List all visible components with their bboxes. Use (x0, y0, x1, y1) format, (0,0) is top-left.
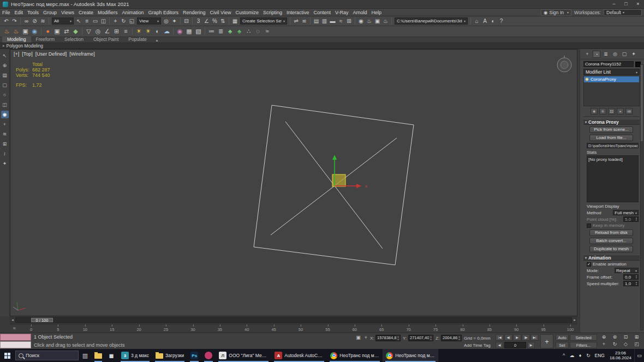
selection-lock-icon[interactable]: ▣ (355, 334, 362, 341)
slider-right-arrow-icon[interactable]: ▸ (572, 318, 577, 322)
use-pivot-center-icon[interactable]: ◎ (162, 17, 170, 25)
previous-key-button[interactable]: ◀ (496, 342, 503, 348)
start-button[interactable] (0, 349, 14, 362)
keep-in-memory-checkbox[interactable] (587, 224, 591, 228)
compound-objects-icon[interactable]: ◫ (1, 101, 9, 108)
maximize-viewport-icon[interactable]: ◰ (632, 341, 641, 348)
viewcube[interactable] (557, 56, 571, 72)
absolute-mode-icon[interactable]: + (362, 334, 369, 341)
spinner-arrows-icon[interactable] (396, 335, 400, 341)
motion-tab-icon[interactable]: ◎ (611, 51, 619, 58)
macro-recorder-field[interactable] (0, 334, 31, 341)
y-coordinate-field[interactable]: 271407,406 (408, 335, 433, 341)
menu-tools[interactable]: Tools (25, 10, 41, 15)
vray-interactive-render-icon[interactable]: ♨ (11, 27, 21, 36)
align-icon[interactable]: ≌ (300, 17, 308, 25)
taskbar-app-3dsmax[interactable]: 33 д макс (118, 349, 152, 362)
set-keys-button[interactable]: + (540, 334, 553, 348)
viewport[interactable]: [+] [Top] [User Defined] [Wireframe] Tot… (10, 49, 577, 316)
menu-help[interactable]: Help (369, 10, 384, 15)
time-slider-track[interactable]: 0 / 100 (15, 317, 572, 323)
menu-rendering[interactable]: Rendering (181, 10, 208, 15)
light-lister-icon[interactable]: ☀ (134, 27, 144, 36)
bind-to-space-warp-icon[interactable]: ≋ (39, 17, 47, 25)
create-tab-icon[interactable]: + (583, 51, 591, 58)
corona-proxy-icon[interactable]: ◆ (71, 27, 80, 36)
toggle-ribbon-icon[interactable]: ▬ (329, 17, 337, 25)
open-max-file-icon[interactable]: ⌂ (473, 17, 481, 25)
track-bar[interactable]: ≈ 05101520253035404550556065707580859095… (10, 324, 577, 333)
point-cloud-spinner[interactable]: 5,0 (623, 216, 639, 222)
select-object-icon[interactable]: ↖ (75, 17, 83, 25)
field-of-view-icon[interactable]: ◇ (621, 341, 630, 348)
maximize-icon[interactable]: □ (620, 0, 632, 8)
duplicate-to-mesh-button[interactable]: Duplicate to mesh (589, 246, 633, 252)
autodesk-app-home-icon[interactable]: A (481, 17, 489, 25)
maxscript-mini-listener[interactable] (0, 341, 31, 348)
uvw-map-icon[interactable]: ▦ (184, 27, 194, 36)
select-and-rotate-icon[interactable]: ↻ (120, 17, 128, 25)
schematic-view-icon[interactable]: ⊞ (345, 17, 353, 25)
utilities-tool-icon[interactable]: ✦ (1, 160, 9, 167)
vray-camera-icon[interactable]: ◉ (30, 27, 39, 36)
zoom-icon[interactable]: ⊕ (599, 334, 609, 341)
bones-tool-icon[interactable]: ≀ (1, 150, 9, 158)
selection-filter-dropdown[interactable]: All▾ (52, 17, 74, 25)
rectangular-selection-region-icon[interactable]: ▭ (91, 17, 99, 25)
spinner-arrows-icon[interactable] (457, 335, 461, 341)
edit-named-selection-sets-icon[interactable]: ▦ (231, 17, 239, 25)
pan-tool-icon[interactable]: ⊕ (1, 62, 9, 69)
exposure-control-icon[interactable]: ◐ (153, 27, 162, 36)
animation-mode-dropdown[interactable]: Repeat ▾ (615, 268, 639, 273)
array-tool-icon[interactable]: ⊞ (112, 27, 121, 36)
go-to-end-button[interactable]: ▶| (530, 334, 539, 341)
viewport-shading-label[interactable]: [Wireframe] (69, 51, 95, 57)
undo-icon[interactable]: ↶ (2, 17, 10, 25)
taskbar-app-photoshop[interactable]: Ps (187, 349, 201, 362)
modifier-list-dropdown[interactable]: Modifier List ▾ (583, 69, 640, 75)
menu-civil-view[interactable]: Civil View (208, 10, 234, 15)
scatter-tool-icon[interactable]: ∴ (244, 27, 253, 36)
zoom-extents-all-icon[interactable]: ⊞ (632, 334, 641, 341)
language-indicator[interactable]: ENG (593, 353, 607, 358)
sign-in-button[interactable]: ◉ Sign In ▾ (541, 9, 571, 16)
set-key-button[interactable]: Set K... (556, 342, 569, 348)
taskbar-app-downloads[interactable]: Загрузки (152, 349, 187, 362)
time-slider-handle[interactable]: 0 / 100 (31, 318, 53, 322)
spinner-snap-icon[interactable]: ⇅ (219, 17, 227, 25)
render-setup-icon[interactable]: ♨ (365, 17, 373, 25)
material-override-icon[interactable]: ◉ (175, 27, 184, 36)
show-end-result-icon[interactable]: ≡ (599, 108, 606, 114)
snap-center-icon[interactable]: ◎ (93, 27, 103, 36)
remove-modifier-icon[interactable]: × (617, 108, 624, 114)
keyboard-override-icon[interactable]: ⊟ (182, 17, 190, 25)
modifier-stack[interactable]: CoronaProxy (583, 76, 640, 106)
minimize-icon[interactable]: – (608, 0, 620, 8)
enable-animation-checkbox[interactable]: ✓ (587, 262, 591, 267)
proxy-path-field[interactable]: D:\работа\НеоТранс\прокси (587, 143, 639, 148)
mirror-icon[interactable]: ⇌ (292, 17, 300, 25)
selected-keyset-dropdown[interactable]: Selected (570, 334, 597, 341)
menu-animation[interactable]: Animation (120, 10, 146, 15)
batch-convert-button[interactable]: Batch convert... (589, 238, 633, 244)
viewport-menu-button[interactable]: [+] (14, 51, 19, 57)
hierarchy-tab-icon[interactable]: ≣ (602, 51, 610, 58)
ribbon-tab-selection[interactable]: Selection (59, 37, 88, 43)
update-icon[interactable]: ↻ (585, 353, 593, 358)
corona-frame-buffer-icon[interactable]: ▣ (52, 27, 62, 36)
select-and-scale-icon[interactable]: ◱ (128, 17, 136, 25)
ribbon-minimize-icon[interactable]: ▴ (156, 38, 158, 43)
notifications-icon[interactable]: ▭ (634, 349, 644, 362)
rollout-animation[interactable]: ▾ Animation (583, 255, 640, 261)
maxscript-run-icon[interactable]: ≔ (207, 27, 216, 36)
configure-modifier-sets-icon[interactable]: ≔ (625, 108, 633, 114)
mini-curve-editor-icon[interactable]: ≈ (11, 325, 18, 332)
spinner-arrows-icon[interactable] (635, 217, 638, 221)
close-icon[interactable]: × (632, 0, 644, 8)
physics-tool-icon[interactable]: ◌ (253, 27, 263, 36)
arnold-render-icon[interactable]: ◐ (489, 17, 497, 25)
menu-create[interactable]: Create (76, 10, 96, 15)
project-folder-dropdown[interactable]: C:\Users\Валерий\Documents\3ds Max 2021▾ (395, 17, 468, 25)
menu-views[interactable]: Views (59, 10, 76, 15)
menu-modifiers[interactable]: Modifiers (96, 10, 120, 15)
